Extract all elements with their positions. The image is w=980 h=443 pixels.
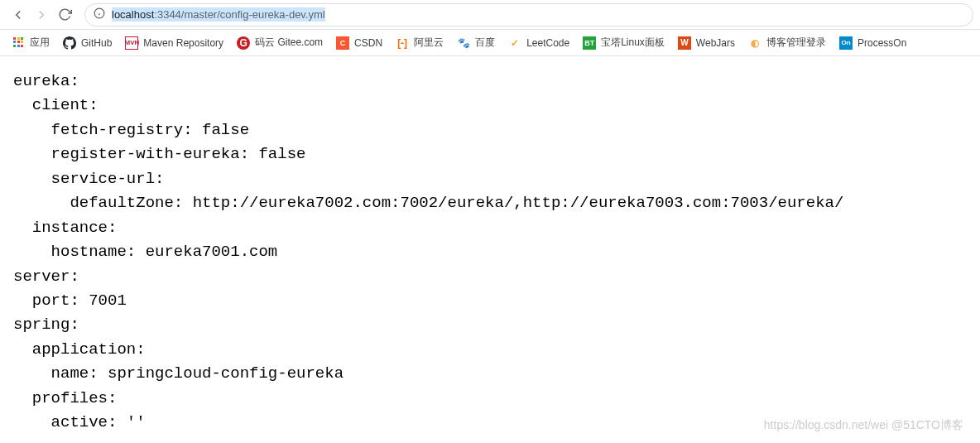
bookmark-label: Maven Repository <box>143 37 223 49</box>
bookmark-leetcode[interactable]: ✓ LeetCode <box>502 33 576 53</box>
bookmark-label: 阿里云 <box>414 36 444 50</box>
bookmark-label: WebJars <box>696 37 735 49</box>
processon-icon: On <box>839 36 853 50</box>
bt-icon: BT <box>583 36 596 50</box>
bookmark-maven[interactable]: MVN Maven Repository <box>118 33 230 53</box>
reload-button[interactable] <box>53 3 76 26</box>
bookmark-baidu[interactable]: 🐾 百度 <box>450 32 502 53</box>
bookmark-label: ProcessOn <box>858 37 906 49</box>
bookmark-label: GitHub <box>81 37 112 49</box>
forward-button[interactable] <box>30 3 53 26</box>
address-bar[interactable]: localhost:3344/master/config-eureka-dev.… <box>84 3 973 26</box>
bookmark-webjars[interactable]: W WebJars <box>671 33 742 53</box>
bookmark-csdn[interactable]: C CSDN <box>329 33 389 53</box>
aliyun-icon: [-] <box>396 36 409 50</box>
leetcode-icon: ✓ <box>508 36 521 50</box>
baidu-icon: 🐾 <box>457 36 470 50</box>
bookmark-processon[interactable]: On ProcessOn <box>833 33 913 53</box>
bookmark-apps[interactable]: 应用 <box>7 32 56 53</box>
bookmark-bt[interactable]: BT 宝塔Linux面板 <box>576 32 671 53</box>
csdn-icon: C <box>336 36 349 50</box>
apps-icon <box>13 37 25 49</box>
browser-nav-bar: localhost:3344/master/config-eureka-dev.… <box>0 0 980 30</box>
blog-icon: ◐ <box>748 36 761 50</box>
webjars-icon: W <box>678 36 691 50</box>
gitee-icon: G <box>237 36 250 50</box>
url-text: localhost:3344/master/config-eureka-dev.… <box>112 7 325 22</box>
bookmark-blog[interactable]: ◐ 博客管理登录 <box>742 32 833 53</box>
bookmark-aliyun[interactable]: [-] 阿里云 <box>389 32 450 53</box>
yaml-content: eureka: client: fetch-registry: false re… <box>0 56 980 443</box>
bookmark-label: LeetCode <box>526 37 569 49</box>
github-icon <box>63 36 76 50</box>
bookmark-gitee[interactable]: G 码云 Gitee.com <box>230 32 329 53</box>
bookmark-label: 百度 <box>475 36 495 50</box>
info-icon[interactable] <box>94 7 105 22</box>
bookmark-label: 博客管理登录 <box>766 36 826 50</box>
watermark: https://blog.csdn.net/wei @51CTO博客 <box>764 418 963 433</box>
maven-icon: MVN <box>125 36 138 50</box>
bookmark-label: 宝塔Linux面板 <box>601 36 665 50</box>
bookmark-label: 码云 Gitee.com <box>255 36 323 50</box>
bookmark-label: 应用 <box>30 36 50 50</box>
bookmark-label: CSDN <box>354 37 382 49</box>
bookmarks-bar: 应用 GitHub MVN Maven Repository G 码云 Gite… <box>0 30 980 56</box>
back-button[interactable] <box>7 3 30 26</box>
bookmark-github[interactable]: GitHub <box>56 33 118 53</box>
